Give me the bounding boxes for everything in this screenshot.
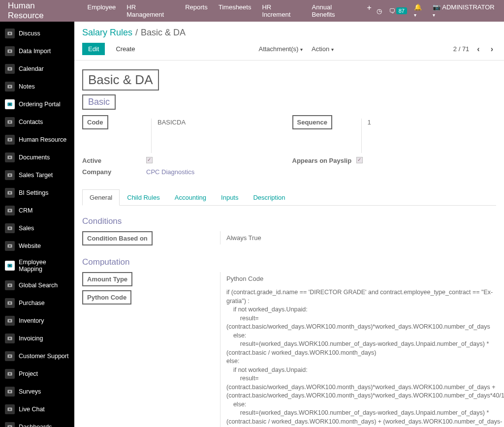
nav-hr-management[interactable]: HR Management [122, 0, 179, 21]
sidebar-item-ordering-portal[interactable]: Ordering Portal [0, 95, 74, 113]
plus-icon[interactable]: + [362, 0, 376, 21]
tab-general[interactable]: General [82, 189, 120, 206]
sidebar-item-data-import[interactable]: Data Import [0, 42, 74, 60]
sidebar-item-label: Ordering Portal [19, 101, 61, 108]
nav-hr-increment[interactable]: HR Increment [257, 0, 306, 21]
nav-employee[interactable]: Employee [82, 0, 121, 21]
sidebar-item-website[interactable]: Website [0, 237, 74, 255]
app-icon [5, 99, 15, 109]
sidebar-item-human-resource[interactable]: Human Resource [0, 131, 74, 149]
breadcrumb: Salary Rules / Basic & DA [74, 22, 504, 40]
app-icon [5, 369, 15, 379]
svg-point-1 [9, 32, 11, 34]
sidebar-item-surveys[interactable]: Surveys [0, 383, 74, 400]
svg-point-11 [9, 121, 11, 123]
sidebar-item-contacts[interactable]: Contacts [0, 113, 74, 131]
create-button[interactable]: Create [112, 43, 139, 55]
value-code: BASICDA [158, 119, 186, 126]
svg-point-33 [9, 320, 11, 322]
svg-point-19 [9, 192, 11, 194]
sidebar-item-dashboards[interactable]: Dashboards [0, 418, 74, 427]
pager-next-icon[interactable]: › [488, 45, 496, 54]
sidebar-item-purchase[interactable]: Purchase [0, 294, 74, 312]
tab-child-rules[interactable]: Child Rules [120, 189, 167, 206]
app-icon [5, 206, 15, 215]
edit-button[interactable]: Edit [82, 43, 105, 55]
sidebar-item-employee-mapping[interactable]: Employee Mapping [0, 255, 74, 276]
app-icon [5, 188, 15, 198]
pager-text: 2 / 71 [453, 45, 470, 53]
app-icon [5, 223, 15, 233]
record-category: Basic [82, 94, 116, 110]
tab-accounting[interactable]: Accounting [167, 189, 214, 206]
sidebar-item-label: Employee Mapping [19, 259, 69, 273]
tabs: General Child Rules Accounting Inputs De… [82, 189, 496, 206]
attachments-dropdown[interactable]: Attachment(s) ▾ [258, 45, 303, 53]
label-python-code: Python Code [82, 290, 131, 305]
sidebar-item-notes[interactable]: Notes [0, 78, 74, 95]
sidebar-item-crm[interactable]: CRM [0, 202, 74, 219]
sidebar-item-global-search[interactable]: Global Search [0, 276, 74, 294]
action-center: Attachment(s) ▾ Action ▾ [258, 45, 333, 53]
breadcrumb-root[interactable]: Salary Rules [82, 28, 132, 38]
sidebar-item-inventory[interactable]: Inventory [0, 312, 74, 330]
msg-count: 87 [396, 7, 407, 14]
main: DiscussData ImportCalendarNotesOrdering … [0, 22, 504, 427]
svg-point-27 [9, 265, 11, 267]
action-bar: Edit Create Attachment(s) ▾ Action ▾ 2 /… [74, 40, 504, 61]
action-dropdown[interactable]: Action ▾ [312, 45, 334, 53]
sidebar-item-label: Global Search [19, 282, 58, 289]
top-nav: Employee HR Management Reports Timesheet… [82, 0, 376, 21]
top-bar: Human Resource Employee HR Management Re… [0, 0, 504, 22]
content: Salary Rules / Basic & DA Edit Create At… [74, 22, 504, 427]
svg-point-3 [9, 50, 11, 52]
sidebar-item-sales[interactable]: Sales [0, 219, 74, 237]
notifications-icon[interactable]: 🔔 ▾ [414, 3, 426, 18]
sidebar-item-label: Contacts [19, 119, 43, 125]
sidebar-item-label: Calendar [19, 65, 44, 72]
nav-reports[interactable]: Reports [180, 0, 213, 21]
clock-icon[interactable]: ◷ [377, 7, 382, 15]
sidebar-item-label: Human Resource [19, 136, 66, 143]
svg-point-39 [9, 373, 11, 375]
user-label: ADMINISTRATOR [442, 3, 494, 11]
app-icon [5, 280, 15, 290]
sidebar-item-discuss[interactable]: Discuss [0, 25, 74, 42]
tab-description[interactable]: Description [246, 189, 292, 206]
sidebar-item-label: Sales [19, 225, 34, 232]
svg-point-43 [9, 408, 11, 410]
sidebar-item-label: Inventory [19, 317, 44, 324]
sidebar-item-bi-settings[interactable]: BI Settings [0, 184, 74, 202]
breadcrumb-current: Basic & DA [141, 28, 186, 38]
app-icon [5, 387, 15, 396]
value-python-code: if (contract.grade_id.name == 'DIRECTOR … [226, 282, 504, 427]
svg-point-7 [9, 86, 11, 88]
sidebar-item-project[interactable]: Project [0, 365, 74, 383]
user-menu[interactable]: 📷 ADMINISTRATOR ▾ [433, 3, 498, 18]
app-icon [5, 316, 15, 326]
svg-point-37 [9, 355, 11, 357]
sidebar-item-label: Notes [19, 83, 35, 90]
sidebar-item-documents[interactable]: Documents [0, 149, 74, 166]
svg-point-23 [9, 227, 11, 229]
svg-point-41 [9, 391, 11, 393]
fields-row: Code BASICDA Active Company CPC Diagnost… [82, 119, 496, 180]
sidebar-item-sales-target[interactable]: Sales Target [0, 166, 74, 184]
app-icon [5, 422, 15, 427]
nav-annual-benefits[interactable]: Annual Benefits [307, 0, 361, 21]
app-icon [5, 351, 15, 361]
svg-point-29 [9, 284, 11, 286]
sidebar-item-live-chat[interactable]: Live Chat [0, 400, 74, 418]
label-sequence: Sequence [292, 115, 332, 129]
svg-point-25 [9, 245, 11, 247]
tab-inputs[interactable]: Inputs [214, 189, 246, 206]
sidebar-item-invoicing[interactable]: Invoicing [0, 330, 74, 347]
app-icon [5, 64, 15, 74]
pager-prev-icon[interactable]: ‹ [474, 45, 482, 54]
messages-icon[interactable]: 🗨87 [389, 7, 407, 15]
value-company[interactable]: CPC Diagnostics [146, 168, 194, 176]
sidebar-item-customer-support[interactable]: Customer Support [0, 347, 74, 365]
sidebar-item-calendar[interactable]: Calendar [0, 60, 74, 78]
pager: 2 / 71 ‹ › [453, 45, 496, 54]
nav-timesheets[interactable]: Timesheets [214, 0, 256, 21]
